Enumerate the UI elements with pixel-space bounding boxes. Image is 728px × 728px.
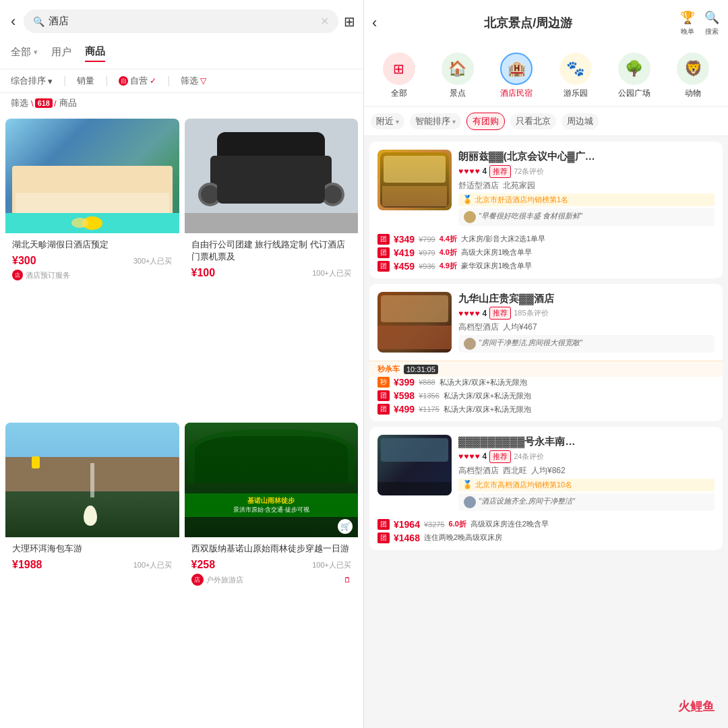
product-price: ¥1988 <box>12 559 42 571</box>
price-desc: 豪华双床房1晚含单早 <box>461 261 715 271</box>
right-header: ‹ 北京景点/周边游 🏆 晚单 🔍 搜索 <box>364 0 728 46</box>
grid-view-icon[interactable]: ⊞ <box>344 13 355 30</box>
shop-avatar: 店 <box>12 270 23 280</box>
price-row: 团 ¥598 ¥1356 私汤大床/双床+私汤无限泡 <box>377 390 715 401</box>
category-park[interactable]: 🐾 游乐园 <box>546 53 605 99</box>
category-row: ⊞ 全部 🏠 景点 🏨 酒店民宿 🐾 游乐园 🌳 公园广场 <box>364 46 728 106</box>
product-sold: 100+人已买 <box>312 268 351 278</box>
price-row: 团 ¥459 ¥936 4.9折 豪华双床房1晚含单早 <box>377 261 715 272</box>
category-hotel[interactable]: 🏨 酒店民宿 <box>487 53 546 99</box>
rating-score-1: 4 <box>483 166 487 176</box>
price-desc: 私汤大床/双床+私汤无限泡 <box>444 391 715 401</box>
ranking-badge-1: 🏅 北京市舒适酒店均销榜第1名 <box>458 193 715 206</box>
beijing-only-filter[interactable]: 只看北京 <box>510 113 556 129</box>
price-badge: 秒 <box>377 377 390 388</box>
tab-product[interactable]: 商品 <box>85 45 105 62</box>
left-header: ‹ 🔍 酒店 ✕ ⊞ <box>0 0 363 42</box>
category-square-icon: 🌳 <box>618 53 650 85</box>
right-back-button[interactable]: ‹ <box>372 14 377 32</box>
result-bar: 筛选 \ 618 / 商品 <box>0 93 363 113</box>
price-row: 团 ¥419 ¥979 4.0折 高级大床房1晚含单早 <box>377 247 715 258</box>
grid-icon: ⊞ <box>393 61 404 77</box>
tab-all[interactable]: 全部 ▾ <box>11 45 38 62</box>
hotel-rating-row-1: ♥ ♥ ♥ ♥ 4 推荐 72条评价 <box>458 165 715 178</box>
nearby-filter[interactable]: 附近 ▾ <box>371 113 404 129</box>
hotel-card-1[interactable]: 朗丽兹▓▓(北京会议中心▓广… ♥ ♥ ♥ ♥ 4 推荐 72条评价 舒适 <box>369 142 723 278</box>
rating-score-2: 4 <box>483 309 487 318</box>
product-info: 湖北天畛湖假日酒店预定 ¥300 300+人已买 店 酒店预订服务 <box>5 233 179 286</box>
quote-text-1: "早餐很好吃很丰盛 食材很新鲜" <box>479 211 582 221</box>
left-panel: ‹ 🔍 酒店 ✕ ⊞ 全部 ▾ 用户 商品 综合排序 ▾ | 销量 | <box>0 0 364 728</box>
hotel-card-3[interactable]: ▓▓▓▓▓▓▓▓▓号永丰南… ♥ ♥ ♥ ♥ 4 推荐 24条评价 高档型 <box>369 427 723 550</box>
product-card-car1[interactable]: 自由行公司团建 旅行线路定制 代订酒店门票机票及 ¥100 100+人已买 <box>185 119 359 417</box>
search-bar[interactable]: 🔍 酒店 ✕ <box>24 9 338 33</box>
product-card-road1[interactable]: 大理环洱海包车游 ¥1988 100+人已买 <box>5 423 179 723</box>
hotel-type-3: 高档型酒店 <box>458 465 499 477</box>
hotel-name-3: ▓▓▓▓▓▓▓▓▓号永丰南… <box>458 435 715 448</box>
category-zoo[interactable]: 🦁 动物 <box>664 53 723 99</box>
category-park-label: 游乐园 <box>564 88 588 99</box>
product-image-forest: 基诺山雨林徒步 景洪市原始·含交通·徒步可视 🛒 <box>185 423 359 537</box>
hotel-type-2: 高档型酒店 <box>458 322 499 333</box>
price-desc: 私汤大床/双床+私汤无限泡 <box>444 404 715 415</box>
hotel-type-row-3: 高档型酒店 西北旺 人均¥862 <box>458 465 715 477</box>
hotel-type-row-2: 高档型酒店 人均¥467 <box>458 322 715 333</box>
product-shop: 店 酒店预订服务 <box>12 270 173 280</box>
category-all[interactable]: ⊞ 全部 <box>369 53 428 99</box>
category-scenic[interactable]: 🏠 景点 <box>428 53 487 99</box>
product-sold: 100+人已买 <box>312 560 351 570</box>
search-clear-button[interactable]: ✕ <box>320 15 329 28</box>
review-quote-3: "酒店设施齐全,房间干净整洁" <box>458 493 715 511</box>
ranking-icon: 🏅 <box>462 195 473 204</box>
product-sold: 300+人已买 <box>133 256 173 266</box>
cart-icon[interactable]: 🗒 <box>344 576 351 584</box>
product-price: ¥300 <box>12 255 36 267</box>
nearby-city-filter[interactable]: 周边城 <box>562 113 599 129</box>
youtuangou-filter[interactable]: 有团购 <box>466 113 505 130</box>
heart-icon: ♥ <box>469 166 474 176</box>
product-image-car <box>185 119 359 233</box>
sales-filter[interactable]: 销量 <box>77 75 94 87</box>
ranking-icon: 🏅 <box>462 480 473 489</box>
product-card-hotel1[interactable]: 湖北天畛湖假日酒店预定 ¥300 300+人已买 店 酒店预订服务 <box>5 119 179 417</box>
price-row: 团 ¥1964 ¥3275 6.0折 高级双床房连住2晚含早 <box>377 519 715 530</box>
search-button[interactable]: 🔍 搜索 <box>704 9 720 36</box>
price-row: 团 ¥349 ¥799 4.4折 大床房/影音大床2选1单早 <box>377 234 715 245</box>
recommend-badge-2: 推荐 <box>489 307 511 320</box>
filter-icon: ▽ <box>200 76 206 86</box>
chevron-down-icon: ▾ <box>396 118 399 125</box>
hotel-prices-1: 团 ¥349 ¥799 4.4折 大床房/影音大床2选1单早 团 ¥419 ¥9… <box>369 234 723 278</box>
chevron-down-icon: ▾ <box>452 118 456 125</box>
hotel-type-1: 舒适型酒店 <box>458 180 499 191</box>
right-page-title: 北京景点/周边游 <box>377 15 679 31</box>
hotel-card-2[interactable]: 九华山庄贵宾▓▓酒店 ♥ ♥ ♥ ♥ 4 推荐 185条评价 高档型酒店 <box>369 284 723 422</box>
category-square-label: 公园广场 <box>618 88 650 99</box>
shop-name: 户外旅游店 <box>206 575 243 585</box>
product-price-row: ¥1988 100+人已买 <box>12 559 173 571</box>
check-icon: ✓ <box>150 76 156 86</box>
filter-bar: 综合排序 ▾ | 销量 | 自 自营 ✓ | 筛选 ▽ <box>0 69 363 93</box>
ziyying-filter[interactable]: 自 自营 ✓ <box>119 75 156 87</box>
price-row: 秒 ¥399 ¥888 私汤大床/双床+私汤无限泡 <box>377 377 715 388</box>
hotel-thumb-3 <box>377 435 452 495</box>
trophy-menu-button[interactable]: 🏆 晚单 <box>679 9 696 36</box>
category-zoo-label: 动物 <box>685 88 701 99</box>
review-count-1: 72条评价 <box>514 166 544 177</box>
left-back-button[interactable]: ‹ <box>8 10 18 33</box>
category-square[interactable]: 🌳 公园广场 <box>605 53 663 99</box>
ranking-text-1: 北京市舒适酒店均销榜第1名 <box>475 195 568 205</box>
price-desc: 私汤大床/双床+私汤无限泡 <box>439 377 715 388</box>
divider: | <box>105 75 108 87</box>
sort-filter[interactable]: 综合排序 ▾ <box>11 75 53 87</box>
hearts-2: ♥ ♥ ♥ ♥ <box>458 309 480 318</box>
flash-label: 秒杀车 <box>377 364 400 374</box>
tab-user[interactable]: 用户 <box>51 45 71 62</box>
chevron-down-icon: ▾ <box>34 48 38 57</box>
hotel-card-top: 九华山庄贵宾▓▓酒店 ♥ ♥ ♥ ♥ 4 推荐 185条评价 高档型酒店 <box>369 284 723 361</box>
jingxuan-filter[interactable]: 筛选 ▽ <box>181 75 206 87</box>
right-panel: ‹ 北京景点/周边游 🏆 晚单 🔍 搜索 ⊞ 全部 🏠 景点 <box>364 0 728 728</box>
scenic-icon: 🏠 <box>448 60 466 78</box>
smart-sort-filter[interactable]: 智能排序 ▾ <box>410 113 461 129</box>
hearts-3: ♥ ♥ ♥ ♥ <box>458 452 480 461</box>
product-card-forest1[interactable]: 基诺山雨林徒步 景洪市原始·含交通·徒步可视 🛒 西双版纳基诺山原始雨林徒步穿越… <box>185 423 359 723</box>
